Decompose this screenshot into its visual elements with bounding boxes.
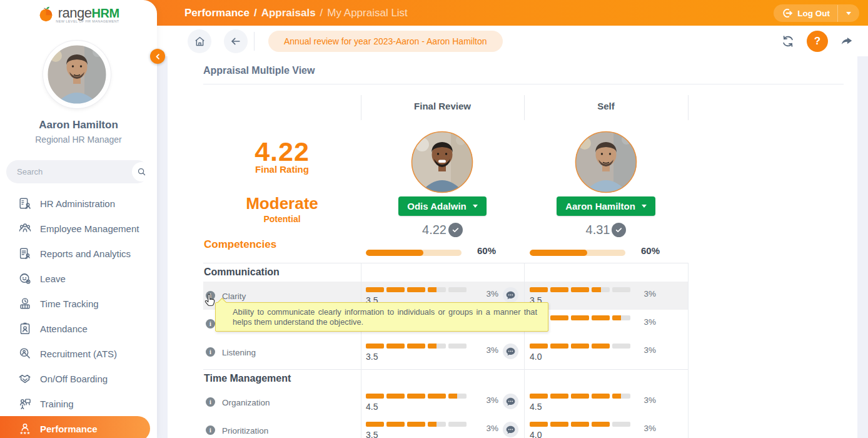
sidebar-item-leave[interactable]: Leave — [0, 266, 157, 291]
competency-name: Listening — [222, 348, 256, 357]
info-icon[interactable]: i — [206, 397, 215, 407]
sidebar-item-label: Attendance — [40, 323, 88, 334]
brand-tagline: NEW LEVEL OF HR MANAGEMENT — [56, 19, 119, 23]
info-icon[interactable]: i — [206, 347, 215, 357]
competency-name: Prioritization — [222, 426, 268, 435]
comment-button[interactable] — [503, 287, 518, 303]
rating-bar — [530, 344, 630, 349]
logout-dropdown-caret[interactable] — [838, 12, 859, 15]
final-rating-label: Final Rating — [203, 164, 361, 175]
search-input[interactable] — [6, 167, 132, 176]
self-column-header: Self — [524, 101, 688, 111]
breadcrumb: Performance / Appraisals / My Appraisal … — [184, 0, 408, 26]
orangehrm-logo-icon — [38, 6, 54, 23]
user-role: Regional HR Manager — [0, 135, 157, 145]
final-weight-percent: 3% — [466, 395, 498, 405]
sidebar-item-on-off-boarding[interactable]: On/Off Boarding — [0, 366, 157, 391]
self-weight-percent: 3% — [623, 424, 656, 433]
performance-icon: ★★★ — [18, 422, 32, 436]
appraisal-context-pill[interactable]: Annual review for year 2023-Aaron - Aaro… — [268, 31, 503, 52]
self-review-weight-percent: 60% — [641, 245, 660, 256]
self-weight-percent: 3% — [623, 289, 656, 298]
employee-management-icon — [18, 222, 32, 236]
hr-administration-icon — [18, 196, 32, 211]
competency-row: iListening3.53%4.03% — [203, 338, 688, 366]
breadcrumb-performance[interactable]: Performance — [184, 7, 250, 19]
user-avatar — [43, 41, 111, 108]
attendance-icon — [18, 322, 32, 336]
sidebar-item-performance[interactable]: ★★★Performance — [0, 416, 150, 438]
info-icon[interactable]: i — [206, 319, 215, 328]
self-review-score: 4.31 — [586, 223, 610, 237]
final-weight-percent: 3% — [466, 424, 498, 433]
self-weight-percent: 3% — [623, 395, 656, 405]
potential-label: Potential — [203, 214, 361, 224]
column-divider — [688, 263, 689, 438]
sidebar-collapse-button[interactable] — [150, 49, 165, 64]
leave-icon — [18, 272, 32, 286]
sidebar-item-employee-management[interactable]: Employee Management — [0, 216, 157, 241]
appraisal-card: Appraisal Multiple View Final Review Sel… — [168, 56, 857, 438]
sidebar-item-training[interactable]: Training — [0, 391, 157, 416]
refresh-button[interactable] — [777, 30, 799, 53]
final-weight-percent: 3% — [466, 289, 498, 298]
sidebar-item-label: Performance — [40, 424, 98, 434]
chevron-down-icon — [642, 205, 647, 208]
logout-button-main[interactable]: Log Out — [774, 8, 837, 19]
sidebar-item-label: Leave — [40, 273, 66, 284]
final-reviewer-dropdown[interactable]: Odis Adalwin — [398, 196, 486, 216]
competency-row: iOrganization4.53%4.53% — [203, 388, 688, 416]
chevron-down-icon — [473, 205, 478, 208]
rating-bar — [530, 422, 630, 427]
final-reviewer-avatar — [411, 131, 473, 196]
competency-tooltip: Ability to communicate clearly informati… — [215, 302, 548, 332]
sidebar-item-time-tracking[interactable]: Time Tracking — [0, 291, 157, 316]
self-rating-value-label: 4.0 — [530, 430, 542, 438]
share-button[interactable] — [835, 30, 858, 53]
column-divider — [524, 263, 525, 438]
final-rating-summary: 4.22 Final Rating Moderate Potential — [203, 138, 361, 224]
competency-name: Organization — [222, 398, 270, 407]
breadcrumb-my-appraisal-list: My Appraisal List — [327, 7, 408, 19]
logout-icon — [782, 8, 793, 19]
competency-name: Clarity — [222, 292, 246, 301]
logout-label: Log Out — [797, 9, 830, 18]
sidebar-item-hr-administration[interactable]: HR Administration — [0, 191, 157, 216]
breadcrumb-appraisals[interactable]: Appraisals — [261, 7, 316, 19]
sidebar-item-label: Reports and Analytics — [40, 248, 131, 259]
home-button[interactable] — [188, 29, 211, 53]
comment-button[interactable] — [503, 422, 518, 437]
sidebar-search — [6, 160, 149, 183]
sidebar-item-label: Time Tracking — [40, 298, 99, 309]
sidebar-item-label: Recruitment (ATS) — [40, 349, 117, 359]
final-review-column-header: Final Review — [361, 101, 524, 111]
final-reviewer-name: Odis Adalwin — [407, 201, 466, 211]
back-button[interactable] — [224, 29, 248, 53]
help-button[interactable]: ? — [807, 31, 828, 52]
search-button[interactable] — [132, 162, 151, 181]
user-name: Aaron Hamilton — [0, 119, 157, 131]
onoff-boarding-icon — [18, 372, 32, 386]
sidebar-item-reports-and-analytics[interactable]: Reports and Analytics — [0, 241, 157, 266]
sidebar-item-label: Training — [40, 399, 74, 409]
final-review-progress-bar — [366, 250, 462, 256]
page-title: Appraisal Multiple View — [203, 65, 315, 76]
question-mark-icon: ? — [814, 35, 820, 48]
column-divider — [361, 263, 361, 438]
competency-section: Time ManagementiOrganization4.53%4.53%iP… — [203, 369, 688, 438]
refresh-icon — [781, 34, 795, 48]
back-arrow-icon — [230, 35, 242, 48]
sidebar-item-attendance[interactable]: Attendance — [0, 316, 157, 341]
time-tracking-icon — [18, 297, 32, 311]
sidebar-item-recruitment-ats[interactable]: Recruitment (ATS) — [0, 341, 157, 366]
self-reviewer-name: Aaron Hamilton — [565, 201, 635, 211]
rating-bar — [366, 344, 467, 349]
logout-button[interactable]: Log Out — [774, 4, 859, 22]
comment-button[interactable] — [503, 394, 518, 409]
competency-section-title: Time Management — [203, 370, 688, 388]
final-rating-value: 4.22 — [203, 138, 361, 165]
info-icon[interactable]: i — [206, 425, 215, 435]
competency-sections: CommunicationiClarity3.53%3.53%i3%iListe… — [203, 263, 688, 438]
self-reviewer-dropdown[interactable]: Aaron Hamilton — [557, 196, 655, 216]
comment-button[interactable] — [503, 344, 518, 359]
